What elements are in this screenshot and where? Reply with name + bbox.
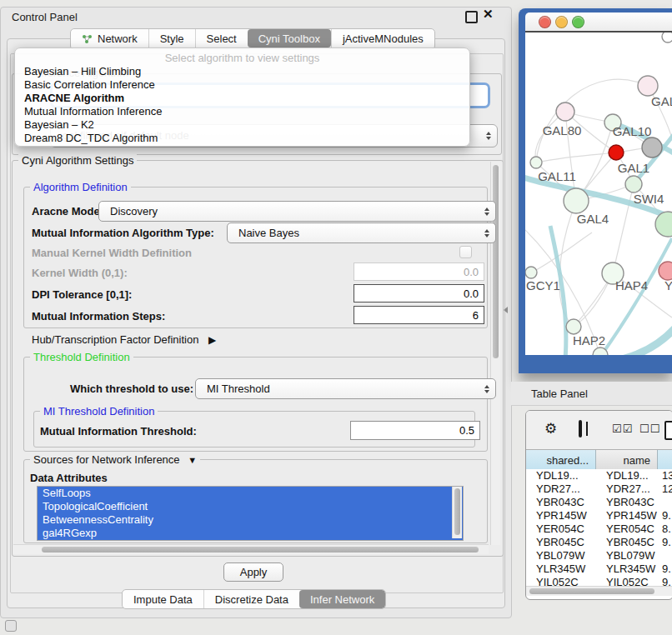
tab-infer-network[interactable]: Infer Network bbox=[299, 590, 385, 608]
attributes-scrollbar[interactable] bbox=[452, 487, 462, 538]
table-row[interactable]: YDR27...YDR27...12 bbox=[526, 482, 672, 496]
table-row[interactable]: YIL052CYIL052C9. bbox=[526, 576, 672, 586]
settings-horizontal-scrollbar[interactable] bbox=[13, 544, 489, 554]
mi-threshold-label: Mutual Information Threshold: bbox=[40, 425, 197, 438]
mi-threshold-input[interactable]: 0.5 bbox=[350, 421, 480, 440]
apply-button-label: Apply bbox=[240, 566, 268, 578]
hub-definition-toggle[interactable]: Hub/Transcription Factor Definition ▶ bbox=[32, 333, 216, 346]
columns-icon[interactable] bbox=[579, 420, 582, 438]
kernel-width-input[interactable]: 0.0 bbox=[354, 262, 484, 281]
network-node[interactable] bbox=[655, 212, 672, 237]
table-row[interactable]: YBR043CYBR043C bbox=[526, 496, 672, 509]
column-header-name[interactable]: name bbox=[596, 450, 658, 470]
network-edge[interactable] bbox=[619, 326, 672, 355]
tab-select[interactable]: Select bbox=[195, 29, 248, 48]
zoom-traffic-light[interactable] bbox=[572, 16, 584, 28]
table-cell: 9. bbox=[658, 509, 672, 522]
close-traffic-light[interactable] bbox=[539, 16, 551, 28]
tab-discretize-data[interactable]: Discretize Data bbox=[203, 590, 299, 608]
algorithm-option[interactable]: Bayesian – Hill Climbing bbox=[24, 65, 141, 78]
network-node[interactable] bbox=[642, 138, 662, 158]
network-node[interactable] bbox=[662, 32, 672, 42]
algorithm-option[interactable]: ARACNE Algorithm bbox=[24, 92, 124, 104]
tab-label: Infer Network bbox=[310, 593, 374, 606]
table-cell: YER054C bbox=[526, 522, 596, 536]
minimize-traffic-light[interactable] bbox=[555, 16, 568, 28]
kernel-width-label: Kernel Width (0,1): bbox=[32, 267, 128, 279]
network-node[interactable] bbox=[625, 176, 642, 192]
close-icon[interactable]: ✕ bbox=[483, 7, 494, 22]
mi-steps-input[interactable]: 6 bbox=[354, 306, 484, 324]
attribute-item[interactable]: gal4RGexp bbox=[38, 527, 463, 540]
table-toolbar: ⚙ ☑☑ ☐☐ bbox=[526, 411, 672, 449]
mi-type-label: Mutual Information Algorithm Type: bbox=[32, 227, 214, 239]
tab-impute-data[interactable]: Impute Data bbox=[123, 590, 203, 608]
column-header-shared-name[interactable]: shared... bbox=[526, 450, 596, 470]
aracne-mode-combobox[interactable]: Discovery bbox=[98, 201, 496, 222]
network-node-label: SWI4 bbox=[634, 192, 664, 206]
table-row[interactable]: YBL079WYBL079W bbox=[526, 549, 672, 562]
tab-label: Select bbox=[207, 32, 237, 45]
collapsed-panel-grip[interactable] bbox=[5, 620, 17, 632]
algorithm-option[interactable]: Mutual Information Inference bbox=[24, 105, 162, 118]
table-cell: YLR345W bbox=[596, 562, 658, 576]
table-row[interactable]: YPR145WYPR145W9. bbox=[526, 509, 672, 522]
manual-kernel-checkbox[interactable] bbox=[459, 246, 472, 258]
network-node[interactable] bbox=[564, 188, 589, 213]
network-edge[interactable] bbox=[559, 201, 576, 327]
mi-steps-label: Mutual Information Steps: bbox=[32, 310, 165, 322]
dpi-tolerance-input[interactable]: 0.0 bbox=[354, 284, 484, 302]
sources-toggle[interactable]: Sources for Network Inference ▼ bbox=[30, 453, 200, 466]
attribute-item[interactable]: BetweennessCentrality bbox=[38, 513, 463, 527]
gear-icon[interactable]: ⚙ bbox=[544, 420, 557, 438]
algorithm-definition-title: Algorithm Definition bbox=[30, 181, 131, 193]
tab-jactivemnodules[interactable]: jActiveMNodules bbox=[331, 29, 434, 48]
network-node[interactable] bbox=[556, 102, 574, 121]
column-header-partial[interactable] bbox=[658, 450, 672, 470]
algorithm-option[interactable]: Bayesian – K2 bbox=[24, 118, 94, 131]
apply-button[interactable]: Apply bbox=[223, 562, 283, 582]
network-window-titlebar[interactable] bbox=[525, 12, 672, 32]
network-node[interactable] bbox=[609, 145, 624, 160]
table-cell: YDR27... bbox=[596, 482, 658, 496]
tab-label: Network bbox=[98, 32, 138, 45]
network-node[interactable] bbox=[530, 157, 542, 168]
table-cell: YIL052C bbox=[526, 576, 596, 586]
algorithm-option[interactable]: Dream8 DC_TDC Algorithm bbox=[24, 132, 158, 144]
select-all-icon[interactable]: ☑☑ bbox=[612, 422, 633, 435]
network-node[interactable] bbox=[638, 76, 658, 96]
network-node[interactable] bbox=[525, 267, 537, 278]
threshold-definition-title: Threshold Definition bbox=[30, 351, 133, 363]
network-node-label: GAL80 bbox=[543, 123, 582, 138]
table-row[interactable]: YLR345WYLR345W9. bbox=[526, 562, 672, 576]
table-cell: 8. bbox=[658, 522, 672, 536]
table-cell: YDL19... bbox=[526, 469, 596, 482]
network-edge[interactable] bbox=[536, 153, 609, 162]
panel-splitter-handle[interactable] bbox=[504, 307, 508, 313]
tab-cyni-toolbox[interactable]: Cyni Toolbox bbox=[248, 29, 331, 48]
combo-stepper-icon bbox=[484, 229, 489, 238]
settings-horizontal-scrollbar-thumb[interactable] bbox=[42, 547, 479, 552]
network-node[interactable] bbox=[659, 262, 672, 280]
table-horizontal-scrollbar[interactable] bbox=[526, 586, 672, 596]
table-horizontal-scrollbar-thumb[interactable] bbox=[529, 588, 654, 594]
table-row[interactable]: YDL19...YDL19...13 bbox=[526, 469, 672, 482]
table-cell bbox=[658, 496, 672, 509]
data-attributes-label: Data Attributes bbox=[30, 472, 108, 484]
network-node[interactable] bbox=[566, 319, 581, 334]
tab-network[interactable]: Network bbox=[71, 29, 148, 48]
attribute-item[interactable]: SelfLoops bbox=[38, 487, 463, 500]
settings-vertical-scrollbar-thumb[interactable] bbox=[493, 165, 499, 358]
table-row[interactable]: YBR045CYBR045C9. bbox=[526, 536, 672, 549]
table-row[interactable]: YER054CYER054C8. bbox=[526, 522, 672, 536]
network-canvas[interactable]: GALGAL80GAL10GAL1GAL11SWI4GAL4GCY1HAP4YH… bbox=[525, 32, 672, 355]
mi-type-combobox[interactable]: Naive Bayes bbox=[227, 222, 496, 243]
algorithm-option[interactable]: Basic Correlation Inference bbox=[24, 78, 155, 91]
table-file-icon[interactable] bbox=[664, 421, 672, 440]
attribute-item[interactable]: TopologicalCoefficient bbox=[38, 500, 463, 513]
tab-style[interactable]: Style bbox=[148, 29, 195, 48]
which-threshold-combobox[interactable]: MI Threshold bbox=[195, 378, 496, 399]
deselect-all-icon[interactable]: ☐☐ bbox=[639, 422, 660, 435]
attributes-scrollbar-thumb[interactable] bbox=[454, 488, 460, 535]
float-window-icon[interactable] bbox=[465, 11, 478, 23]
